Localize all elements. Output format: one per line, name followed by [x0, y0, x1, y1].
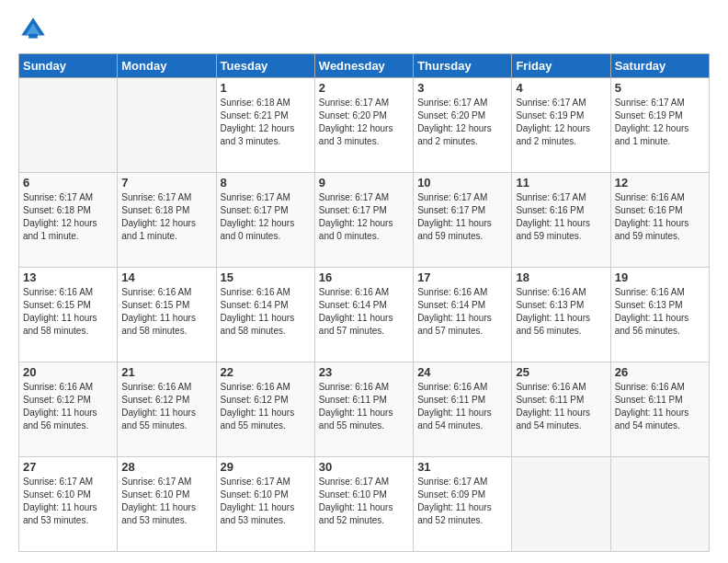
day-info: Sunrise: 6:17 AMSunset: 6:18 PMDaylight:…	[23, 191, 113, 243]
calendar-day: 7Sunrise: 6:17 AMSunset: 6:18 PMDaylight…	[118, 173, 216, 268]
day-info: Sunrise: 6:16 AMSunset: 6:11 PMDaylight:…	[516, 381, 606, 432]
day-header-sunday: Sunday	[19, 54, 118, 78]
calendar-table: SundayMondayTuesdayWednesdayThursdayFrid…	[18, 53, 710, 552]
day-info: Sunrise: 6:18 AMSunset: 6:21 PMDaylight:…	[221, 97, 311, 148]
day-info: Sunrise: 6:17 AMSunset: 6:19 PMDaylight:…	[615, 97, 705, 148]
day-info: Sunrise: 6:16 AMSunset: 6:13 PMDaylight:…	[615, 286, 705, 338]
day-header-tuesday: Tuesday	[216, 54, 314, 78]
calendar-day: 31Sunrise: 6:17 AMSunset: 6:09 PMDayligh…	[414, 457, 512, 552]
day-number: 22	[221, 365, 311, 379]
day-number: 8	[221, 176, 311, 190]
logo	[18, 15, 50, 44]
calendar-day: 9Sunrise: 6:17 AMSunset: 6:17 PMDaylight…	[314, 173, 413, 268]
day-number: 2	[319, 81, 409, 95]
day-number: 27	[23, 460, 113, 474]
calendar-day: 10Sunrise: 6:17 AMSunset: 6:17 PMDayligh…	[414, 173, 512, 268]
day-info: Sunrise: 6:17 AMSunset: 6:20 PMDaylight:…	[417, 97, 507, 148]
logo-icon	[18, 15, 48, 44]
day-number: 13	[23, 270, 113, 284]
day-info: Sunrise: 6:17 AMSunset: 6:10 PMDaylight:…	[23, 476, 113, 527]
calendar-day: 6Sunrise: 6:17 AMSunset: 6:18 PMDaylight…	[19, 173, 118, 268]
calendar-day: 16Sunrise: 6:16 AMSunset: 6:14 PMDayligh…	[314, 268, 413, 362]
day-info: Sunrise: 6:16 AMSunset: 6:13 PMDaylight:…	[516, 286, 606, 338]
day-info: Sunrise: 6:16 AMSunset: 6:12 PMDaylight:…	[221, 381, 311, 432]
day-number: 31	[417, 460, 507, 474]
calendar-day: 27Sunrise: 6:17 AMSunset: 6:10 PMDayligh…	[19, 457, 118, 552]
calendar-day: 21Sunrise: 6:16 AMSunset: 6:12 PMDayligh…	[118, 362, 216, 457]
day-info: Sunrise: 6:16 AMSunset: 6:15 PMDaylight:…	[121, 286, 211, 338]
calendar-day: 26Sunrise: 6:16 AMSunset: 6:11 PMDayligh…	[610, 362, 709, 457]
calendar-day: 20Sunrise: 6:16 AMSunset: 6:12 PMDayligh…	[19, 362, 118, 457]
day-info: Sunrise: 6:17 AMSunset: 6:19 PMDaylight:…	[516, 97, 606, 148]
day-number: 10	[417, 176, 507, 190]
day-info: Sunrise: 6:17 AMSunset: 6:09 PMDaylight:…	[417, 476, 507, 527]
calendar-day: 29Sunrise: 6:17 AMSunset: 6:10 PMDayligh…	[216, 457, 314, 552]
day-header-saturday: Saturday	[610, 54, 709, 78]
calendar-week-3: 13Sunrise: 6:16 AMSunset: 6:15 PMDayligh…	[19, 268, 710, 362]
day-info: Sunrise: 6:16 AMSunset: 6:11 PMDaylight:…	[319, 381, 409, 432]
day-number: 11	[516, 176, 606, 190]
day-number: 16	[319, 270, 409, 284]
day-number: 23	[319, 365, 409, 379]
day-number: 29	[221, 460, 311, 474]
calendar-day: 25Sunrise: 6:16 AMSunset: 6:11 PMDayligh…	[512, 362, 610, 457]
day-number: 9	[319, 176, 409, 190]
day-info: Sunrise: 6:17 AMSunset: 6:17 PMDaylight:…	[221, 191, 311, 243]
day-header-monday: Monday	[118, 54, 216, 78]
calendar-day: 11Sunrise: 6:17 AMSunset: 6:16 PMDayligh…	[512, 173, 610, 268]
calendar-day	[19, 78, 118, 173]
calendar-day: 17Sunrise: 6:16 AMSunset: 6:14 PMDayligh…	[414, 268, 512, 362]
day-number: 18	[516, 270, 606, 284]
day-number: 28	[121, 460, 211, 474]
day-info: Sunrise: 6:16 AMSunset: 6:16 PMDaylight:…	[615, 191, 705, 243]
day-info: Sunrise: 6:16 AMSunset: 6:12 PMDaylight:…	[121, 381, 211, 432]
calendar-week-4: 20Sunrise: 6:16 AMSunset: 6:12 PMDayligh…	[19, 362, 710, 457]
day-number: 3	[417, 81, 507, 95]
header	[18, 15, 710, 44]
day-number: 15	[221, 270, 311, 284]
day-number: 24	[417, 365, 507, 379]
calendar-day: 28Sunrise: 6:17 AMSunset: 6:10 PMDayligh…	[118, 457, 216, 552]
day-number: 5	[615, 81, 705, 95]
day-info: Sunrise: 6:17 AMSunset: 6:10 PMDaylight:…	[121, 476, 211, 527]
day-info: Sunrise: 6:17 AMSunset: 6:17 PMDaylight:…	[417, 191, 507, 243]
day-number: 14	[121, 270, 211, 284]
day-header-wednesday: Wednesday	[314, 54, 413, 78]
day-info: Sunrise: 6:17 AMSunset: 6:10 PMDaylight:…	[221, 476, 311, 527]
calendar-day: 2Sunrise: 6:17 AMSunset: 6:20 PMDaylight…	[314, 78, 413, 173]
day-number: 6	[23, 176, 113, 190]
calendar-day	[512, 457, 610, 552]
day-number: 25	[516, 365, 606, 379]
day-header-friday: Friday	[512, 54, 610, 78]
calendar-day	[118, 78, 216, 173]
calendar-day: 14Sunrise: 6:16 AMSunset: 6:15 PMDayligh…	[118, 268, 216, 362]
day-number: 20	[23, 365, 113, 379]
day-number: 12	[615, 176, 705, 190]
day-info: Sunrise: 6:17 AMSunset: 6:18 PMDaylight:…	[121, 191, 211, 243]
calendar-day: 5Sunrise: 6:17 AMSunset: 6:19 PMDaylight…	[610, 78, 709, 173]
calendar-week-5: 27Sunrise: 6:17 AMSunset: 6:10 PMDayligh…	[19, 457, 710, 552]
calendar-day: 15Sunrise: 6:16 AMSunset: 6:14 PMDayligh…	[216, 268, 314, 362]
day-number: 1	[221, 81, 311, 95]
calendar-week-1: 1Sunrise: 6:18 AMSunset: 6:21 PMDaylight…	[19, 78, 710, 173]
day-info: Sunrise: 6:16 AMSunset: 6:14 PMDaylight:…	[417, 286, 507, 338]
calendar-day	[610, 457, 709, 552]
calendar-day: 3Sunrise: 6:17 AMSunset: 6:20 PMDaylight…	[414, 78, 512, 173]
day-info: Sunrise: 6:17 AMSunset: 6:20 PMDaylight:…	[319, 97, 409, 148]
calendar-day: 24Sunrise: 6:16 AMSunset: 6:11 PMDayligh…	[414, 362, 512, 457]
day-number: 17	[417, 270, 507, 284]
calendar-day: 18Sunrise: 6:16 AMSunset: 6:13 PMDayligh…	[512, 268, 610, 362]
day-info: Sunrise: 6:17 AMSunset: 6:10 PMDaylight:…	[319, 476, 409, 527]
day-header-thursday: Thursday	[414, 54, 512, 78]
calendar-day: 4Sunrise: 6:17 AMSunset: 6:19 PMDaylight…	[512, 78, 610, 173]
svg-rect-2	[28, 34, 38, 39]
calendar-week-2: 6Sunrise: 6:17 AMSunset: 6:18 PMDaylight…	[19, 173, 710, 268]
calendar-day: 23Sunrise: 6:16 AMSunset: 6:11 PMDayligh…	[314, 362, 413, 457]
calendar-day: 19Sunrise: 6:16 AMSunset: 6:13 PMDayligh…	[610, 268, 709, 362]
day-number: 7	[121, 176, 211, 190]
calendar-day: 22Sunrise: 6:16 AMSunset: 6:12 PMDayligh…	[216, 362, 314, 457]
day-number: 4	[516, 81, 606, 95]
calendar-day: 13Sunrise: 6:16 AMSunset: 6:15 PMDayligh…	[19, 268, 118, 362]
calendar-day: 8Sunrise: 6:17 AMSunset: 6:17 PMDaylight…	[216, 173, 314, 268]
day-info: Sunrise: 6:16 AMSunset: 6:14 PMDaylight:…	[221, 286, 311, 338]
